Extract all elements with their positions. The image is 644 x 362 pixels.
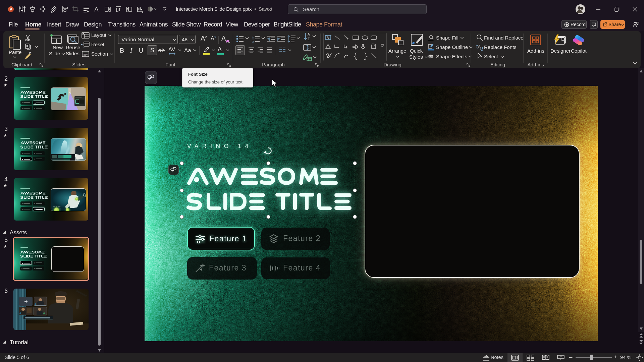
svg-text:A: A bbox=[94, 6, 99, 13]
svg-text:Z: Z bbox=[308, 37, 310, 41]
svg-text:A: A bbox=[480, 48, 482, 52]
svg-text:A: A bbox=[327, 36, 329, 40]
svg-text:3: 3 bbox=[252, 40, 254, 43]
svg-text:P: P bbox=[10, 7, 12, 11]
svg-text:A: A bbox=[308, 33, 310, 36]
